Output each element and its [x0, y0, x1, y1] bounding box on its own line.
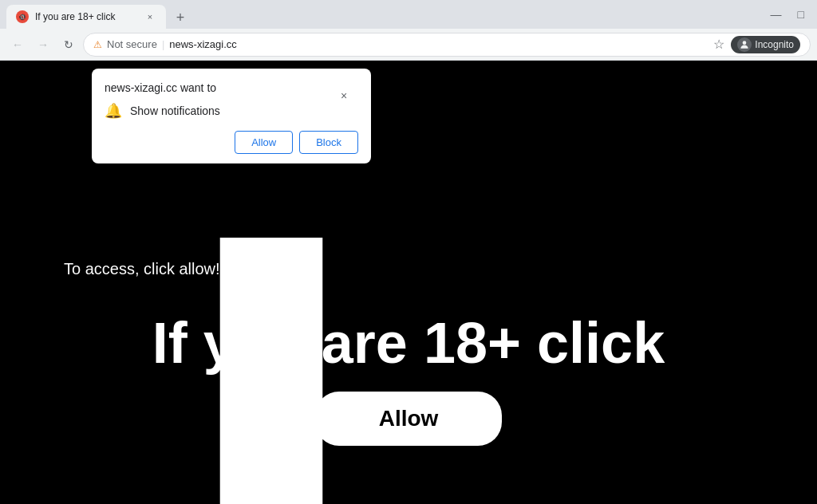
notification-popup: × news-xizagi.cc want to 🔔 Show notifica… — [92, 69, 371, 163]
incognito-label: Incognito — [755, 39, 794, 50]
not-secure-icon: ⚠ — [93, 39, 102, 50]
title-bar: 🔞 If you are 18+ click × + — □ — [0, 0, 817, 29]
nav-bar: ← → ↻ ⚠ Not secure | news-xizagi.cc ☆ — [0, 29, 817, 61]
address-separator: | — [162, 38, 164, 50]
window-controls: — □ — [771, 8, 811, 21]
maximize-button[interactable]: □ — [798, 8, 804, 21]
forward-button[interactable]: → — [32, 33, 54, 56]
not-secure-text: Not secure — [107, 38, 157, 50]
popup-title: news-xizagi.cc want to — [105, 81, 358, 94]
bell-icon: 🔔 — [105, 102, 122, 120]
new-tab-button[interactable]: + — [169, 6, 191, 29]
back-icon: ← — [12, 38, 23, 51]
popup-body: × news-xizagi.cc want to 🔔 Show notifica… — [92, 69, 371, 163]
tab-close-button[interactable]: × — [144, 10, 156, 23]
popup-actions: Allow Block — [105, 131, 358, 154]
reload-button[interactable]: ↻ — [57, 33, 80, 56]
tab-title: If you are 18+ click — [35, 11, 137, 22]
browser-frame: 🔞 If you are 18+ click × + — □ ← → ↻ ⚠ N… — [0, 0, 817, 504]
block-button[interactable]: Block — [299, 131, 358, 154]
svg-rect-1 — [220, 238, 323, 504]
incognito-button[interactable]: Incognito — [731, 36, 800, 53]
address-right: ☆ Incognito — [713, 36, 800, 53]
forward-icon: → — [37, 38, 49, 51]
tab-area: 🔞 If you are 18+ click × + — [6, 0, 191, 29]
allow-button[interactable]: Allow — [235, 131, 293, 154]
reload-icon: ↻ — [64, 38, 73, 51]
bookmark-button[interactable]: ☆ — [713, 37, 724, 52]
webpage: To access, click allow! If you are 18+ c… — [0, 61, 817, 504]
permission-text: Show notifications — [130, 104, 220, 117]
svg-point-0 — [743, 41, 747, 45]
address-bar[interactable]: ⚠ Not secure | news-xizagi.cc ☆ Incognit… — [83, 33, 811, 57]
back-button[interactable]: ← — [6, 33, 29, 56]
minimize-button[interactable]: — — [771, 8, 782, 21]
drip-shape-svg — [152, 238, 391, 504]
popup-tail — [152, 238, 391, 504]
address-url: news-xizagi.cc — [169, 38, 237, 50]
popup-permission: 🔔 Show notifications — [105, 102, 358, 120]
tab-favicon: 🔞 — [16, 10, 29, 23]
popup-close-button[interactable]: × — [336, 88, 352, 104]
incognito-icon — [737, 37, 752, 52]
active-tab[interactable]: 🔞 If you are 18+ click × — [6, 5, 166, 29]
